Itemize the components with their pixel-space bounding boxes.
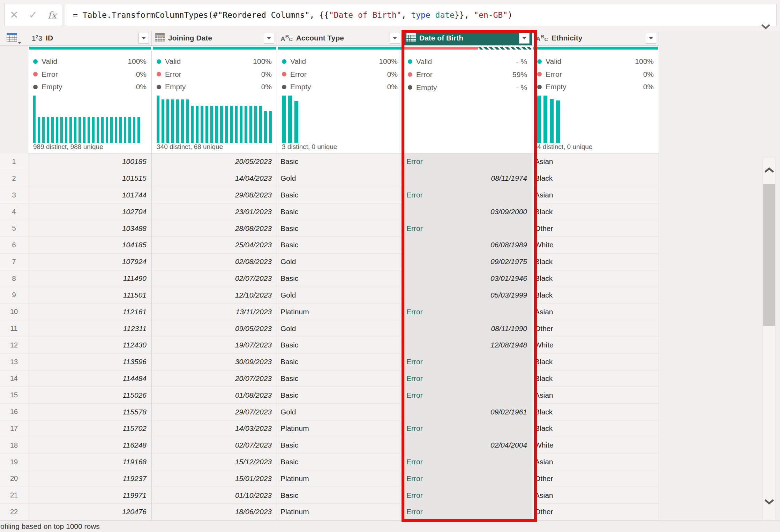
row-number[interactable]: 19 bbox=[0, 454, 28, 470]
scroll-up-icon[interactable] bbox=[763, 167, 775, 174]
row-number[interactable]: 1 bbox=[0, 153, 28, 170]
cell-date-of-birth[interactable]: 03/01/1946 bbox=[403, 270, 532, 287]
cell-date-of-birth[interactable]: Error bbox=[403, 370, 532, 387]
cell-account-type[interactable]: Basic bbox=[277, 354, 403, 370]
column-header-account-type[interactable]: ABCAccount Type bbox=[277, 31, 403, 45]
row-number[interactable]: 7 bbox=[0, 254, 28, 270]
fx-icon[interactable]: fx bbox=[48, 10, 57, 20]
cell-ethnicity[interactable]: Black bbox=[532, 420, 659, 437]
cell-date-of-birth[interactable]: 02/04/2004 bbox=[403, 437, 532, 454]
column-header-ethnicity[interactable]: ABCEthnicity bbox=[532, 31, 659, 45]
cell-date-of-birth[interactable]: 09/02/1975 bbox=[403, 254, 532, 270]
cell-date-of-birth[interactable]: Error bbox=[403, 420, 532, 437]
cell-date-of-birth[interactable]: Error bbox=[403, 304, 532, 320]
cell-id[interactable]: 115702 bbox=[28, 420, 152, 437]
cell-id[interactable]: 112161 bbox=[28, 304, 152, 320]
cell-joining-date[interactable]: 14/04/2023 bbox=[152, 170, 277, 187]
cell-account-type[interactable]: Basic bbox=[277, 203, 403, 220]
cell-ethnicity[interactable]: Black bbox=[532, 254, 659, 270]
commit-formula-icon[interactable]: ✓ bbox=[29, 10, 37, 20]
scroll-down-icon[interactable] bbox=[763, 498, 775, 505]
cell-date-of-birth[interactable]: Error bbox=[403, 487, 532, 503]
cell-date-of-birth[interactable]: Error bbox=[403, 387, 532, 403]
cell-joining-date[interactable]: 19/07/2023 bbox=[152, 337, 277, 353]
cell-id[interactable]: 116248 bbox=[28, 437, 152, 454]
cell-joining-date[interactable]: 18/06/2023 bbox=[152, 504, 277, 520]
cell-id[interactable]: 104185 bbox=[28, 237, 152, 253]
cell-account-type[interactable]: Basic bbox=[277, 487, 403, 503]
cell-account-type[interactable]: Gold bbox=[277, 320, 403, 337]
column-header-id[interactable]: 123ID bbox=[28, 31, 152, 45]
row-number[interactable]: 13 bbox=[0, 354, 28, 370]
cell-date-of-birth[interactable]: 08/11/1990 bbox=[403, 320, 532, 337]
cell-account-type[interactable]: Basic bbox=[277, 370, 403, 387]
cell-account-type[interactable]: Basic bbox=[277, 387, 403, 403]
cell-account-type[interactable]: Platinum bbox=[277, 420, 403, 437]
cell-joining-date[interactable]: 12/10/2023 bbox=[152, 287, 277, 304]
row-number[interactable]: 22 bbox=[0, 504, 28, 520]
cell-id[interactable]: 101744 bbox=[28, 187, 152, 203]
cell-date-of-birth[interactable]: 06/08/1989 bbox=[403, 237, 532, 253]
cell-joining-date[interactable]: 01/08/2023 bbox=[152, 387, 277, 403]
cell-ethnicity[interactable]: Other bbox=[532, 220, 659, 237]
row-number[interactable]: 9 bbox=[0, 287, 28, 304]
cell-joining-date[interactable]: 01/10/2023 bbox=[152, 487, 277, 503]
cell-joining-date[interactable]: 15/12/2023 bbox=[152, 454, 277, 470]
cell-id[interactable]: 111490 bbox=[28, 270, 152, 287]
cell-date-of-birth[interactable]: 03/09/2000 bbox=[403, 203, 532, 220]
filter-button[interactable] bbox=[138, 33, 149, 44]
cell-account-type[interactable]: Basic bbox=[277, 454, 403, 470]
cell-ethnicity[interactable]: Black bbox=[532, 270, 659, 287]
cell-account-type[interactable]: Basic bbox=[277, 220, 403, 237]
formula-input[interactable]: = Table.TransformColumnTypes(#"Reordered… bbox=[65, 4, 777, 26]
cell-joining-date[interactable]: 29/08/2023 bbox=[152, 187, 277, 203]
cell-date-of-birth[interactable]: Error bbox=[403, 504, 532, 520]
cell-ethnicity[interactable]: Asian bbox=[532, 153, 659, 170]
cell-account-type[interactable]: Basic bbox=[277, 437, 403, 454]
cell-joining-date[interactable]: 29/07/2023 bbox=[152, 404, 277, 420]
cell-id[interactable]: 103488 bbox=[28, 220, 152, 237]
cell-account-type[interactable]: Gold bbox=[277, 170, 403, 187]
vertical-scrollbar-thumb[interactable] bbox=[763, 184, 775, 326]
cell-ethnicity[interactable]: Black bbox=[532, 404, 659, 420]
cell-joining-date[interactable]: 14/03/2023 bbox=[152, 420, 277, 437]
row-number[interactable]: 8 bbox=[0, 270, 28, 287]
cell-joining-date[interactable]: 02/07/2023 bbox=[152, 437, 277, 454]
cell-joining-date[interactable]: 02/07/2023 bbox=[152, 270, 277, 287]
cell-ethnicity[interactable]: White bbox=[532, 437, 659, 454]
cell-id[interactable]: 113596 bbox=[28, 354, 152, 370]
cell-id[interactable]: 101515 bbox=[28, 170, 152, 187]
cell-id[interactable]: 115026 bbox=[28, 387, 152, 403]
cell-joining-date[interactable]: 09/05/2023 bbox=[152, 320, 277, 337]
cell-id[interactable]: 100185 bbox=[28, 153, 152, 170]
row-number[interactable]: 16 bbox=[0, 404, 28, 420]
cell-ethnicity[interactable]: Other bbox=[532, 504, 659, 520]
cell-account-type[interactable]: Basic bbox=[277, 337, 403, 353]
cell-id[interactable]: 120476 bbox=[28, 504, 152, 520]
cell-ethnicity[interactable]: White bbox=[532, 237, 659, 253]
cell-account-type[interactable]: Basic bbox=[277, 153, 403, 170]
row-number[interactable]: 5 bbox=[0, 220, 28, 237]
cell-joining-date[interactable]: 20/05/2023 bbox=[152, 153, 277, 170]
cell-account-type[interactable]: Basic bbox=[277, 270, 403, 287]
filter-button[interactable] bbox=[646, 33, 656, 44]
filter-button[interactable] bbox=[519, 33, 530, 44]
cell-date-of-birth[interactable]: Error bbox=[403, 220, 532, 237]
filter-button[interactable] bbox=[390, 33, 400, 44]
cell-ethnicity[interactable]: Black bbox=[532, 170, 659, 187]
cell-date-of-birth[interactable]: Error bbox=[403, 354, 532, 370]
cell-date-of-birth[interactable]: 08/11/1974 bbox=[403, 170, 532, 187]
row-number[interactable]: 6 bbox=[0, 237, 28, 253]
cell-joining-date[interactable]: 02/08/2023 bbox=[152, 254, 277, 270]
cell-ethnicity[interactable]: Asian bbox=[532, 454, 659, 470]
row-number[interactable]: 20 bbox=[0, 470, 28, 487]
column-header-date-of-birth[interactable]: Date of Birth bbox=[403, 31, 532, 45]
row-number[interactable]: 14 bbox=[0, 370, 28, 387]
cancel-formula-icon[interactable]: ✕ bbox=[10, 10, 18, 20]
cell-id[interactable]: 112311 bbox=[28, 320, 152, 337]
cell-ethnicity[interactable]: Other bbox=[532, 470, 659, 487]
cell-ethnicity[interactable]: Asian bbox=[532, 187, 659, 203]
cell-ethnicity[interactable]: Asian bbox=[532, 304, 659, 320]
cell-id[interactable]: 115578 bbox=[28, 404, 152, 420]
cell-joining-date[interactable]: 25/04/2023 bbox=[152, 237, 277, 253]
